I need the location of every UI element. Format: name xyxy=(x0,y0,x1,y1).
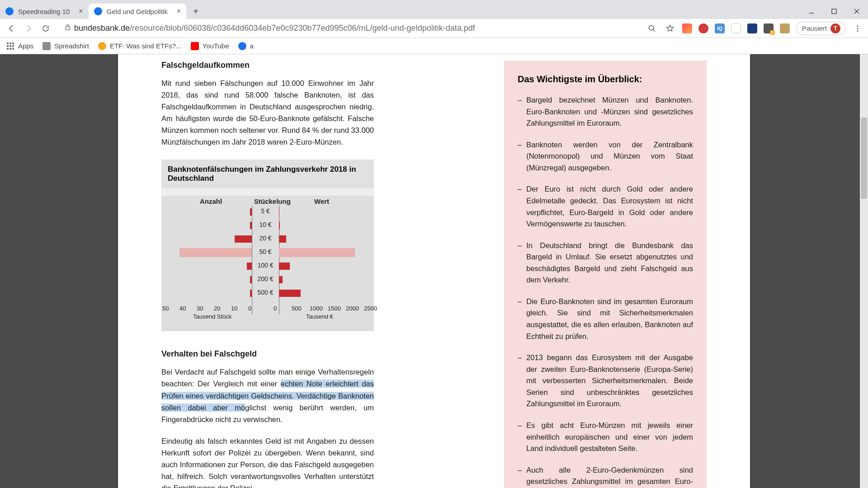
browser-tabstrip: Speedreading 10 × Geld und Geldpolitik ×… xyxy=(0,0,868,19)
bookmark-label: a xyxy=(250,42,254,50)
dash-icon: – xyxy=(518,139,522,174)
summary-item: –Die Euro-Banknoten sind im gesamten Eur… xyxy=(518,296,693,342)
reload-button[interactable] xyxy=(39,22,52,35)
right-column: Das Wichtigste im Überblick: –Bargeld be… xyxy=(504,61,707,488)
chart-category-label: 10 € xyxy=(253,221,278,228)
menu-icon[interactable] xyxy=(852,23,863,34)
maximize-button[interactable] xyxy=(823,4,845,19)
summary-item: –Der Euro ist nicht durch Gold oder ande… xyxy=(518,183,693,230)
avatar: T xyxy=(830,23,840,33)
chart-category-label: 500 € xyxy=(253,289,278,296)
tab-label: Geld und Geldpolitik xyxy=(107,8,168,15)
bookmarks-bar: Apps Spreadshirt ETF: Was sind ETFs?... … xyxy=(0,38,868,54)
back-button[interactable] xyxy=(5,22,18,35)
browser-toolbar: bundesbank.de/resource/blob/606038/c0364… xyxy=(0,19,868,38)
svg-rect-11 xyxy=(9,42,11,44)
svg-rect-12 xyxy=(12,42,14,44)
summary-item: –2013 begann das Eurosystem mit der Ausg… xyxy=(518,352,693,410)
extension-icon[interactable] xyxy=(698,23,708,33)
summary-box: Das Wichtigste im Überblick: –Bargeld be… xyxy=(504,61,707,488)
summary-item: –Banknoten werden von der Zentralbank (N… xyxy=(518,139,693,174)
favicon-icon xyxy=(42,42,51,50)
chart-category-label: 5 € xyxy=(253,207,278,215)
chart-bar-left xyxy=(250,276,252,283)
bookmark-item[interactable]: Spreadshirt xyxy=(42,42,89,50)
chart-plot: AnzahlStückelungWert5 €10 €20 €50 €100 €… xyxy=(161,196,374,331)
chart-bar-right xyxy=(279,290,301,297)
bookmark-item[interactable]: a xyxy=(238,42,254,50)
left-column: Falschgeldaufkommen Mit rund sieben Fäls… xyxy=(161,61,374,488)
profile-button[interactable]: Pausiert T xyxy=(796,22,845,35)
chart-axis-tick: 20 xyxy=(214,305,220,312)
dash-icon: – xyxy=(518,94,522,129)
star-icon[interactable] xyxy=(664,23,676,34)
pdf-page: Falschgeldaufkommen Mit rund sieben Fäls… xyxy=(118,54,750,488)
svg-point-9 xyxy=(857,30,859,31)
paragraph: Eindeutig als falsch erkanntes Geld ist … xyxy=(161,435,374,488)
chart-axis-label: Tausend Stück xyxy=(193,313,231,320)
extension-icon[interactable]: IQ xyxy=(715,23,725,33)
minimize-button[interactable] xyxy=(800,4,823,19)
chart-column-header: Anzahl xyxy=(200,197,222,205)
summary-text: In Deutschland bringt die Bundesbank das… xyxy=(526,240,693,286)
svg-point-8 xyxy=(857,28,859,29)
chart-column-header: Stückelung xyxy=(254,197,291,205)
extension-icon[interactable]: 9 xyxy=(764,23,774,33)
close-window-button[interactable] xyxy=(845,4,868,19)
tab-geld-und-geldpolitik[interactable]: Geld und Geldpolitik × xyxy=(89,4,186,19)
chart-bar-left xyxy=(250,290,252,297)
chart-bar-left xyxy=(250,222,252,229)
bookmark-label: YouTube xyxy=(203,42,229,50)
section-heading: Verhalten bei Falschgeld xyxy=(161,349,374,359)
paragraph: Mit rund sieben Fälschungen auf 10.000 E… xyxy=(161,77,374,148)
chart-axis-tick: 30 xyxy=(197,305,203,312)
paragraph-with-selection: Bei Verdacht auf Falschgeld sollte man e… xyxy=(161,366,374,425)
extension-icon[interactable] xyxy=(682,23,692,33)
tab-speedreading[interactable]: Speedreading 10 × xyxy=(0,4,89,19)
bookmark-label: Apps xyxy=(18,42,33,50)
address-bar[interactable]: bundesbank.de/resource/blob/606038/c0364… xyxy=(56,21,642,36)
scrollbar-thumb[interactable] xyxy=(861,117,867,199)
summary-text: Es gibt acht Euro-Münzen mit jeweils ein… xyxy=(526,420,693,455)
summary-item: –Es gibt acht Euro-Münzen mit jeweils ei… xyxy=(518,420,693,455)
forward-button[interactable] xyxy=(22,22,35,35)
chart-bar-right xyxy=(279,248,355,257)
bookmark-item[interactable]: ETF: Was sind ETFs?... xyxy=(98,42,182,50)
svg-line-6 xyxy=(653,29,655,32)
summary-text: Auch alle 2-Euro-Gedenkmünzen sind geset… xyxy=(526,465,693,488)
close-icon[interactable]: × xyxy=(177,7,181,15)
svg-rect-4 xyxy=(66,27,70,30)
svg-rect-10 xyxy=(7,42,9,44)
chart-axis-tick: 1000 xyxy=(310,305,323,312)
chart-bar-right xyxy=(279,235,286,243)
chart-bar-left xyxy=(235,235,252,243)
chart-category-label: 50 € xyxy=(253,248,278,255)
tab-label: Speedreading 10 xyxy=(18,8,70,15)
svg-rect-1 xyxy=(832,9,836,14)
chart-bar-right xyxy=(279,263,290,270)
summary-text: Banknoten werden von der Zentralbank (No… xyxy=(526,139,693,174)
zoom-icon[interactable] xyxy=(646,23,658,34)
svg-rect-16 xyxy=(7,48,9,50)
dash-icon: – xyxy=(518,240,522,286)
svg-rect-17 xyxy=(9,48,11,50)
svg-rect-15 xyxy=(12,45,14,47)
favicon-icon xyxy=(5,7,14,15)
url-path: /resource/blob/606038/c0364dd6034eb7e0c9… xyxy=(130,23,475,33)
summary-list: –Bargeld bezeichnet Münzen und Banknoten… xyxy=(518,94,693,488)
apps-icon xyxy=(6,42,14,50)
summary-item: –Auch alle 2-Euro-Gedenkmünzen sind gese… xyxy=(518,465,693,488)
summary-text: Die Euro-Banknoten sind im gesamten Euro… xyxy=(526,296,693,342)
chart-axis-tick: 10 xyxy=(231,305,237,312)
scrollbar-track[interactable] xyxy=(860,54,868,488)
chart-bar-right xyxy=(279,222,280,229)
extension-icon[interactable] xyxy=(747,23,757,33)
close-icon[interactable]: × xyxy=(79,7,83,15)
bookmark-item[interactable]: YouTube xyxy=(191,42,229,50)
apps-button[interactable]: Apps xyxy=(6,42,33,50)
summary-title: Das Wichtigste im Überblick: xyxy=(518,74,693,84)
extension-icon[interactable] xyxy=(731,23,741,33)
extension-icon[interactable] xyxy=(780,23,790,33)
summary-item: –In Deutschland bringt die Bundesbank da… xyxy=(518,240,693,286)
new-tab-button[interactable]: + xyxy=(189,5,203,18)
